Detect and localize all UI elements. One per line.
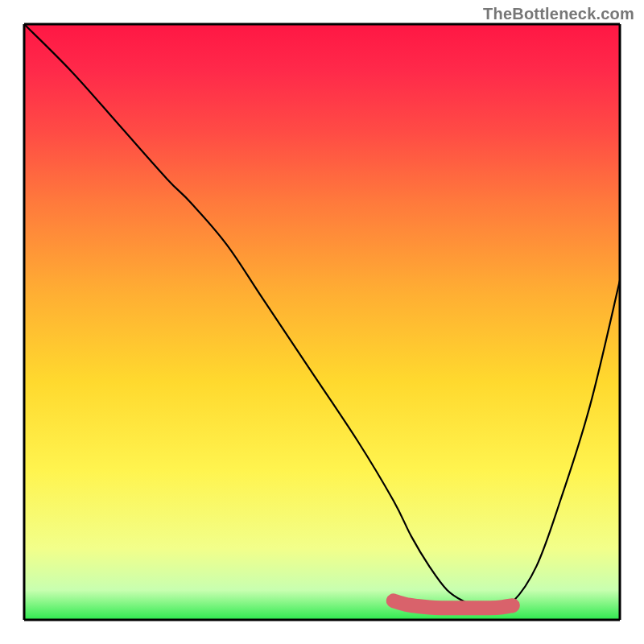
highlight-band [394,601,513,608]
bottleneck-chart [0,0,644,644]
plot-background [24,24,620,620]
watermark: TheBottleneck.com [483,5,634,23]
chart-container: TheBottleneck.com [0,0,644,644]
